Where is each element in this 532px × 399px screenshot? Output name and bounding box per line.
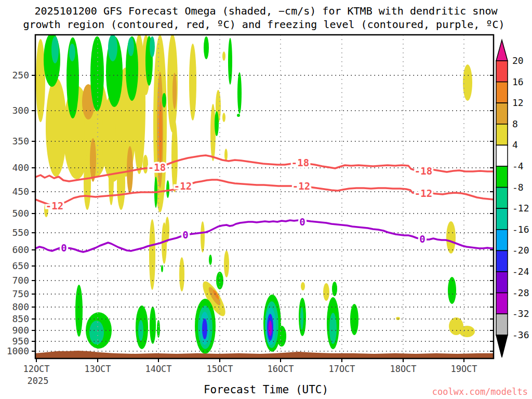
- omega-shaded-region: [84, 156, 91, 210]
- omega-shaded-region: [75, 285, 83, 337]
- colorbar-label: -16: [512, 224, 529, 235]
- omega-shaded-region: [189, 44, 196, 121]
- omega-shaded-region: [222, 51, 225, 61]
- omega-shaded-region: [459, 326, 475, 337]
- omega-shaded-region: [446, 221, 456, 254]
- y-tick-label: 500: [12, 208, 29, 219]
- contour-label-freezing-level-0C: 0: [61, 242, 66, 254]
- omega-shaded-region: [329, 313, 337, 344]
- y-tick-label: 850: [12, 313, 29, 324]
- omega-shaded-region: [215, 111, 219, 136]
- omega-shaded-region: [90, 138, 96, 182]
- omega-shaded-region: [222, 113, 225, 122]
- y-tick-label: 250: [12, 70, 29, 81]
- contour-label-dendritic-growth--18C: -18: [291, 157, 309, 168]
- colorbar-segment: [496, 82, 508, 103]
- contour-label-dendritic-growth--12C: -12: [46, 200, 63, 211]
- colorbar-label: -28: [512, 287, 529, 298]
- omega-shaded-region: [209, 255, 212, 265]
- x-tick-label: 14OCT: [145, 364, 171, 374]
- omega-shaded-region: [201, 221, 205, 252]
- omega-shaded-region: [179, 257, 184, 291]
- surface-terrain-layer: [35, 351, 494, 358]
- colorbar-label: 8: [512, 118, 518, 129]
- y-tick-label: 1000: [7, 345, 29, 356]
- colorbar-segment: [496, 230, 508, 251]
- omega-shaded-region: [166, 180, 169, 198]
- y-tick-label: 350: [12, 136, 29, 147]
- omega-shaded-region: [224, 250, 229, 277]
- omega-shaded-region: [323, 283, 329, 301]
- omega-shaded-region: [117, 156, 125, 210]
- y-tick-label: 300: [12, 105, 29, 116]
- colorbar-triangle-bottom: [496, 335, 508, 357]
- colorbar-segment: [496, 293, 508, 314]
- omega-shaded-region: [301, 282, 305, 290]
- y-tick-label: 650: [12, 260, 29, 271]
- y-tick-label: 750: [12, 288, 29, 299]
- colorbar-label: 20: [512, 55, 524, 66]
- colorbar-segment: [496, 188, 508, 209]
- colorbar-segment: [496, 314, 508, 335]
- colorbar-label: 16: [512, 76, 524, 87]
- colorbar: 20161284-4-8-12-16-20-24-28-32-36: [496, 40, 529, 357]
- omega-shaded-region: [162, 93, 166, 108]
- colorbar-segment: [496, 103, 508, 124]
- colorbar-label: -12: [512, 203, 529, 214]
- contour-label-dendritic-growth--18C: -18: [148, 162, 166, 173]
- omega-shaded-region: [108, 34, 117, 61]
- colorbar-segment: [496, 61, 508, 82]
- contour-label-dendritic-growth--12C: -12: [415, 188, 432, 199]
- x-axis-title: Forecast Time (UTC): [204, 383, 328, 396]
- contour-label-freezing-level-0C: 0: [182, 229, 188, 241]
- colorbar-label: -8: [512, 182, 524, 193]
- contour-label-dendritic-growth--18C: -18: [415, 165, 432, 177]
- y-tick-label: 800: [12, 301, 29, 312]
- colorbar-label: -32: [512, 308, 529, 319]
- surface-terrain: [35, 351, 494, 358]
- omega-shaded-region: [332, 282, 337, 296]
- omega-shaded-region: [269, 321, 272, 336]
- chart-title-line2: growth region (contoured, red, ºC) and f…: [23, 18, 504, 31]
- omega-shaded-layer: [33, 33, 475, 354]
- contour-label-freezing-level-0C: 0: [299, 216, 305, 228]
- colorbar-segment: [496, 145, 508, 166]
- y-tick-label: 550: [12, 227, 29, 238]
- omega-shaded-region: [69, 44, 75, 61]
- colorbar-label: 4: [512, 139, 518, 150]
- colorbar-segment: [496, 166, 508, 188]
- omega-shaded-region: [46, 78, 66, 177]
- colorbar-label: -4: [512, 161, 524, 171]
- contour-label-freezing-level-0C: 0: [419, 233, 425, 245]
- omega-shaded-region: [128, 37, 134, 56]
- watermark-text: coolwx.com/modelts: [432, 387, 528, 397]
- omega-shaded-region: [463, 64, 472, 101]
- x-tick-label: 16OCT: [267, 364, 294, 374]
- omega-shaded-region: [36, 39, 45, 122]
- weather-chart-svg: 2025101200 GFS Forecast Omega (shaded, −…: [0, 0, 532, 399]
- y-tick-label: 400: [12, 162, 29, 173]
- x-tick-label: 18OCT: [390, 364, 416, 374]
- y-tick-label: 600: [12, 244, 29, 255]
- omega-shaded-region: [228, 38, 232, 85]
- omega-shaded-region: [51, 36, 59, 63]
- y-tick-label: 450: [12, 186, 29, 197]
- omega-shaded-region: [237, 114, 240, 117]
- omega-shaded-region: [204, 36, 209, 59]
- colorbar-segment: [496, 272, 508, 293]
- x-tick-label: 12OCT: [23, 364, 49, 374]
- omega-shaded-region: [150, 36, 155, 57]
- colorbar-label: -36: [512, 329, 529, 340]
- omega-shaded-region: [150, 307, 156, 344]
- omega-shaded-region: [165, 217, 169, 243]
- weather-forecast-chart: 2025101200 GFS Forecast Omega (shaded, −…: [0, 0, 532, 399]
- x-tick-label: 17OCT: [328, 364, 355, 374]
- chart-title-line1: 2025101200 GFS Forecast Omega (shaded, −…: [34, 5, 498, 17]
- colorbar-segment: [496, 208, 508, 230]
- y-tick-label: 950: [12, 336, 29, 347]
- omega-shaded-region: [202, 318, 207, 339]
- y-tick-label: 700: [12, 275, 29, 286]
- omega-shaded-region: [109, 153, 114, 205]
- contour-label-layer: -18-18-18-12-12-12-120000: [46, 157, 432, 254]
- contour-label-dendritic-growth--12C: -12: [292, 180, 310, 192]
